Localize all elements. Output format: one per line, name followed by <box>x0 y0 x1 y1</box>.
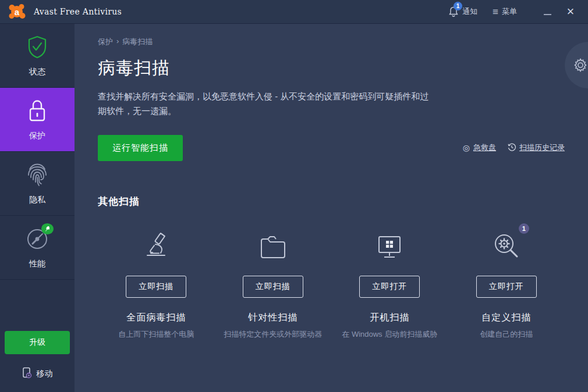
svg-text:a: a <box>15 7 20 17</box>
close-button[interactable]: × <box>561 3 580 20</box>
page-title: 病毒扫描 <box>98 56 565 80</box>
card-subtitle: 创建自己的扫描 <box>480 329 533 341</box>
breadcrumb-separator: › <box>116 37 119 47</box>
sidebar-item-label: 状态 <box>29 67 45 77</box>
rescue-disk-label: 急救盘 <box>473 142 496 153</box>
main-content: 保护 › 病毒扫描 病毒扫描 查找并解决所有安全漏洞，以免恶意软件入侵 - 从不… <box>75 24 588 392</box>
rescue-disk-link[interactable]: ◎ 急救盘 <box>463 142 496 153</box>
speedometer-icon <box>24 226 50 252</box>
sidebar-item-label: 隐私 <box>29 195 45 205</box>
microscope-icon <box>141 228 171 261</box>
custom-scan-count-badge: 1 <box>519 223 529 234</box>
folder-icon <box>258 228 288 261</box>
hamburger-icon: ≡ <box>493 7 498 17</box>
avast-logo: a <box>0 3 34 20</box>
card-targeted-scan: 立即扫描 针对性扫描 扫描特定文件夹或外部驱动器 <box>215 228 332 341</box>
card-title: 开机扫描 <box>370 312 409 324</box>
sidebar-item-status[interactable]: 状态 <box>0 24 75 88</box>
menu-label: 菜单 <box>502 6 517 17</box>
sidebar-item-label: 性能 <box>29 259 45 269</box>
sidebar-item-performance[interactable]: 性能 <box>0 216 75 280</box>
shield-check-icon <box>24 34 50 60</box>
card-full-virus-scan: 立即扫描 全面病毒扫描 自上而下扫描整个电脑 <box>98 228 215 341</box>
performance-new-badge <box>41 223 54 234</box>
close-icon: × <box>567 5 575 18</box>
breadcrumb-parent[interactable]: 保护 <box>98 37 113 47</box>
minimize-button[interactable] <box>538 3 557 20</box>
lock-icon <box>24 98 50 124</box>
title-bar: a Avast Free Antivirus 1 通知 ≡ 菜单 × <box>0 0 588 24</box>
breadcrumb: 保护 › 病毒扫描 <box>98 37 565 47</box>
history-clock-icon <box>508 143 516 153</box>
mobile-label: 移动 <box>37 369 53 379</box>
notifications-button[interactable]: 1 通知 <box>448 6 477 17</box>
run-smart-scan-button[interactable]: 运行智能扫描 <box>98 135 183 161</box>
open-now-button[interactable]: 立即打开 <box>476 276 537 298</box>
card-subtitle: 自上而下扫描整个电脑 <box>118 329 194 341</box>
sidebar: 状态 保护 隐私 <box>0 24 75 392</box>
bell-icon: 1 <box>448 6 459 17</box>
sidebar-item-protection[interactable]: 保护 <box>0 88 75 152</box>
app-title: Avast Free Antivirus <box>34 7 122 16</box>
other-scans-section-title: 其他扫描 <box>98 195 565 208</box>
scan-history-label: 扫描历史记录 <box>519 142 565 153</box>
card-subtitle: 扫描特定文件夹或外部驱动器 <box>224 329 322 341</box>
card-boot-scan: 立即打开 开机扫描 在 Windows 启动前扫描威胁 <box>331 228 448 341</box>
breadcrumb-current: 病毒扫描 <box>122 37 153 47</box>
card-custom-scan: 1 立即打开 自定义扫描 创建自己的扫描 <box>448 228 565 341</box>
open-now-button[interactable]: 立即打开 <box>359 276 420 298</box>
mobile-button[interactable]: 移动 <box>22 367 53 385</box>
fingerprint-icon <box>24 162 50 188</box>
scan-cards: 立即扫描 全面病毒扫描 自上而下扫描整个电脑 立即扫描 针对性扫描 扫描特定文件… <box>98 228 565 341</box>
mobile-phone-icon <box>22 367 32 380</box>
minimize-icon <box>544 14 551 15</box>
rescue-disk-icon: ◎ <box>463 144 470 152</box>
boot-monitor-icon <box>374 228 405 261</box>
custom-scan-magnifier-gear-icon: 1 <box>492 228 521 261</box>
card-title: 针对性扫描 <box>248 312 297 324</box>
upgrade-button[interactable]: 升级 <box>5 331 70 354</box>
scan-now-button[interactable]: 立即扫描 <box>126 276 186 298</box>
scan-now-button[interactable]: 立即扫描 <box>243 276 303 298</box>
card-title: 全面病毒扫描 <box>126 312 186 324</box>
card-subtitle: 在 Windows 启动前扫描威胁 <box>342 329 437 341</box>
sidebar-item-privacy[interactable]: 隐私 <box>0 152 75 216</box>
gear-icon <box>573 58 588 73</box>
menu-button[interactable]: ≡ 菜单 <box>493 6 517 17</box>
page-description: 查找并解决所有安全漏洞，以免恶意软件入侵 - 从不安全的设置和密码到可疑插件和过… <box>98 90 430 119</box>
card-title: 自定义扫描 <box>481 312 531 324</box>
notification-count-badge: 1 <box>454 2 462 10</box>
scan-history-link[interactable]: 扫描历史记录 <box>508 142 565 153</box>
sidebar-item-label: 保护 <box>29 131 45 141</box>
notifications-label: 通知 <box>462 6 477 17</box>
